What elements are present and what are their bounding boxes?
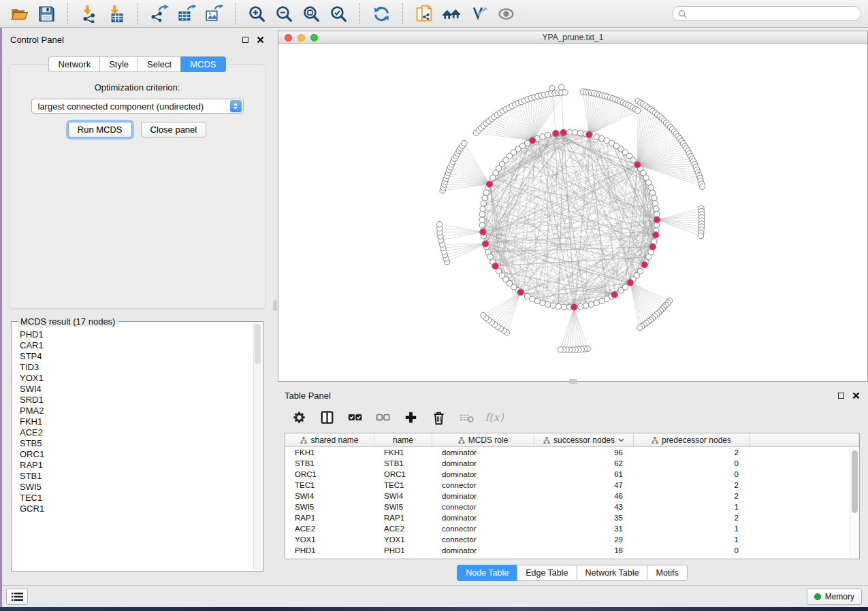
- table-row[interactable]: TEC1TEC1connector472: [285, 480, 859, 491]
- tab-motifs[interactable]: Motifs: [647, 565, 687, 581]
- float-table-panel-icon[interactable]: [838, 393, 844, 399]
- zoom-out-icon[interactable]: [272, 3, 296, 24]
- memory-button[interactable]: Memory: [807, 589, 862, 605]
- table-row[interactable]: SWI5SWI5connector431: [285, 501, 859, 512]
- export-image-icon[interactable]: [202, 3, 226, 24]
- tab-mcds[interactable]: MCDS: [180, 56, 225, 72]
- toolbar-separator: [235, 3, 236, 24]
- horizontal-splitter-handle[interactable]: [569, 379, 577, 384]
- save-session-icon[interactable]: [34, 3, 59, 24]
- table-scrollbar[interactable]: [850, 448, 858, 558]
- sort-descending-icon: [618, 438, 624, 442]
- mcds-result-item[interactable]: STP4: [20, 351, 255, 362]
- table-settings-icon[interactable]: [290, 408, 308, 426]
- export-table-icon[interactable]: [174, 3, 199, 24]
- mcds-result-item[interactable]: TEC1: [20, 493, 255, 503]
- mcds-result-item[interactable]: SWI4: [20, 384, 255, 395]
- table-row[interactable]: ACE2ACE2connector311: [285, 523, 859, 534]
- run-mcds-button[interactable]: Run MCDS: [68, 122, 132, 137]
- search-input[interactable]: [690, 9, 855, 18]
- window-zoom-button[interactable]: [310, 34, 318, 42]
- mcds-result-item[interactable]: TID3: [20, 362, 255, 373]
- list-icon: [12, 592, 23, 601]
- control-tabs: NetworkStyleSelectMCDS: [2, 56, 272, 72]
- vizmap-toggle-icon[interactable]: [466, 3, 491, 24]
- column-selector-icon[interactable]: [318, 408, 336, 426]
- deselect-all-icon[interactable]: [374, 408, 391, 426]
- table-row[interactable]: ORC1ORC1dominator610: [285, 469, 859, 480]
- mcds-result-item[interactable]: SRD1: [20, 395, 255, 406]
- splitter-handle[interactable]: [273, 300, 277, 311]
- column-header-successor-nodes[interactable]: successor nodes: [534, 433, 634, 446]
- mcds-result-item[interactable]: YOX1: [20, 373, 255, 384]
- status-bar: Memory: [0, 585, 868, 607]
- column-type-icon: [652, 437, 658, 444]
- tab-select[interactable]: Select: [138, 56, 180, 72]
- column-header-shared-name[interactable]: shared name: [285, 433, 374, 446]
- app-window: Control Panel NetworkStyleSelectMCDS Opt…: [0, 0, 868, 611]
- toolbar-separator: [67, 3, 68, 24]
- float-panel-icon[interactable]: [242, 37, 248, 43]
- column-header-predecessor-nodes[interactable]: predecessor nodes: [634, 433, 750, 446]
- vertical-splitter[interactable]: [272, 28, 278, 585]
- window-close-button[interactable]: [285, 34, 292, 42]
- tab-network[interactable]: Network: [48, 56, 99, 72]
- birds-eye-view-icon[interactable]: [494, 3, 518, 24]
- table-row[interactable]: YOX1YOX1connector291: [285, 534, 859, 545]
- table-row[interactable]: PHD1PHD1dominator180: [285, 545, 859, 556]
- network-canvas[interactable]: [278, 44, 867, 381]
- network-graph[interactable]: [278, 44, 867, 381]
- global-search[interactable]: [672, 6, 861, 21]
- mcds-result-item[interactable]: ACE2: [20, 427, 255, 438]
- memory-label: Memory: [825, 592, 854, 601]
- table-toolbar: f(x): [285, 406, 860, 429]
- mcds-result-item[interactable]: RAP1: [20, 460, 255, 471]
- mcds-result-item[interactable]: STB1: [20, 471, 255, 482]
- mcds-result-item[interactable]: SWI5: [20, 482, 255, 493]
- mcds-result-item[interactable]: ORC1: [20, 449, 255, 460]
- zoom-in-icon[interactable]: [244, 3, 269, 24]
- column-header-name[interactable]: name: [374, 433, 432, 446]
- import-table-icon[interactable]: [104, 3, 129, 24]
- new-network-from-selection-icon[interactable]: [412, 3, 436, 24]
- network-window-titlebar[interactable]: YPA_prune.txt_1: [278, 31, 867, 44]
- criterion-dropdown[interactable]: largest connected component (undirected): [31, 99, 244, 114]
- tab-node-table[interactable]: Node Table: [457, 565, 517, 581]
- mcds-result-item[interactable]: FKH1: [20, 416, 255, 427]
- close-panel-icon[interactable]: [257, 36, 264, 44]
- import-network-icon[interactable]: [77, 3, 101, 24]
- delete-entry-icon[interactable]: [430, 408, 447, 426]
- close-table-panel-icon[interactable]: [852, 392, 860, 399]
- refresh-layout-icon[interactable]: [369, 3, 393, 24]
- add-entry-icon[interactable]: [402, 408, 419, 426]
- delete-table-icon[interactable]: [457, 408, 475, 426]
- select-all-icon[interactable]: [346, 408, 364, 426]
- column-header-MCDS-role[interactable]: MCDS role: [432, 433, 534, 446]
- zoom-fit-icon[interactable]: [299, 3, 323, 24]
- tab-edge-table[interactable]: Edge Table: [517, 565, 576, 581]
- zoom-selected-icon[interactable]: [326, 3, 351, 24]
- tab-style[interactable]: Style: [99, 56, 138, 72]
- mcds-result-item[interactable]: PMA2: [20, 406, 255, 416]
- mcds-scrollbar[interactable]: [253, 323, 261, 569]
- node-table: shared namenameMCDS rolesuccessor nodesp…: [285, 433, 860, 559]
- mcds-result-item[interactable]: PHD1: [20, 329, 255, 340]
- export-network-icon[interactable]: [147, 3, 172, 24]
- function-builder-icon[interactable]: f(x): [485, 408, 503, 426]
- window-minimize-button[interactable]: [298, 34, 305, 42]
- network-window-title: YPA_prune.txt_1: [543, 33, 604, 42]
- table-row[interactable]: STB1STB1dominator620: [285, 458, 859, 469]
- table-row[interactable]: SWI4SWI4dominator462: [285, 491, 859, 501]
- table-header-row: shared namenameMCDS rolesuccessor nodesp…: [285, 433, 859, 447]
- open-file-icon[interactable]: [7, 3, 31, 24]
- task-history-button[interactable]: [6, 589, 28, 605]
- mcds-result-item[interactable]: STB5: [20, 438, 255, 449]
- search-networks-icon[interactable]: [439, 3, 464, 24]
- table-row[interactable]: FKH1FKH1dominator962: [285, 447, 859, 458]
- table-scrollbar-thumb[interactable]: [852, 450, 858, 513]
- close-panel-button[interactable]: Close panel: [141, 122, 207, 137]
- mcds-result-item[interactable]: GCR1: [20, 503, 255, 514]
- mcds-result-item[interactable]: CAR1: [20, 340, 255, 351]
- table-row[interactable]: RAP1RAP1dominator352: [285, 512, 859, 523]
- tab-network-table[interactable]: Network Table: [577, 565, 647, 581]
